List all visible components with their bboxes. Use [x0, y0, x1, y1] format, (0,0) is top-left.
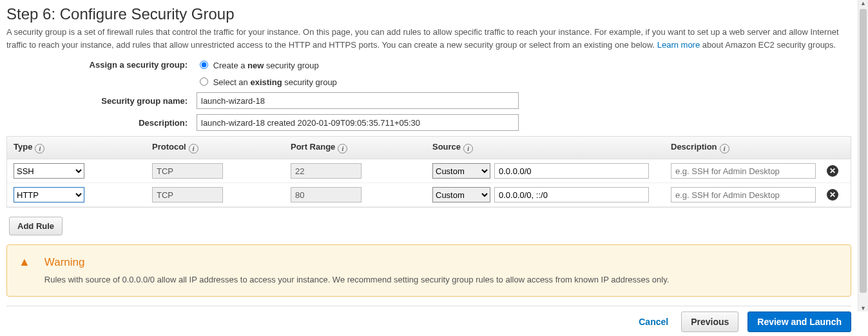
rule-protocol-input: [152, 187, 223, 203]
footer-bar: Cancel Previous Review and Launch: [6, 306, 851, 332]
warning-title: Warning: [44, 254, 669, 271]
rule-type-select[interactable]: SSH: [14, 163, 84, 179]
review-and-launch-button[interactable]: Review and Launch: [747, 311, 851, 332]
rule-port-input: [291, 187, 362, 203]
radio-create-post: security group: [264, 61, 318, 70]
rule-type-select[interactable]: HTTP: [14, 187, 84, 203]
col-source-label: Source: [432, 142, 461, 152]
radio-create-new-input[interactable]: [200, 61, 208, 69]
radio-create-pre: Create a: [213, 61, 247, 70]
radio-create-bold: new: [247, 61, 264, 70]
previous-button[interactable]: Previous: [681, 311, 738, 332]
table-row: HTTP Custom ✕: [7, 183, 851, 207]
radio-select-bold: existing: [250, 77, 282, 87]
radio-select-pre: Select an: [213, 77, 251, 87]
scrollbar-thumb[interactable]: [860, 9, 867, 293]
rule-description-input[interactable]: [671, 187, 816, 203]
sg-desc-input[interactable]: [197, 114, 519, 131]
rules-table-header: Typei Protocoli Port Rangei Sourcei Desc…: [7, 137, 851, 159]
sg-desc-label: Description:: [6, 118, 197, 128]
rule-source-cidr-input[interactable]: [494, 187, 649, 203]
info-icon[interactable]: i: [35, 144, 44, 153]
radio-select-post: security group: [282, 77, 337, 87]
col-protocol-label: Protocol: [152, 142, 186, 152]
info-icon[interactable]: i: [463, 144, 473, 153]
col-desc-label: Description: [671, 142, 717, 152]
cancel-button[interactable]: Cancel: [635, 316, 672, 328]
sg-name-label: Security group name:: [6, 96, 197, 106]
info-icon[interactable]: i: [338, 144, 347, 153]
radio-select-existing-input[interactable]: [200, 77, 208, 86]
assign-label: Assign a security group:: [6, 60, 197, 70]
info-icon[interactable]: i: [189, 144, 198, 153]
scroll-up-arrow[interactable]: ▲: [858, 0, 868, 6]
rules-table: Typei Protocoli Port Rangei Sourcei Desc…: [6, 136, 851, 208]
rule-protocol-input: [152, 163, 223, 179]
add-rule-button[interactable]: Add Rule: [9, 217, 63, 235]
remove-rule-icon[interactable]: ✕: [827, 189, 838, 201]
intro-text-2: about Amazon EC2 security groups.: [702, 40, 836, 50]
radio-select-existing[interactable]: Select an existing security group: [197, 77, 337, 87]
remove-rule-icon[interactable]: ✕: [827, 165, 838, 177]
rule-source-mode-select[interactable]: Custom: [432, 187, 490, 203]
table-row: SSH Custom ✕: [7, 159, 851, 183]
warning-box: ▲ Warning Rules with source of 0.0.0.0/0…: [6, 244, 851, 297]
rule-port-input: [291, 163, 362, 179]
warning-body: Rules with source of 0.0.0.0/0 allow all…: [44, 273, 669, 286]
page-title: Step 6: Configure Security Group: [6, 5, 862, 23]
scroll-down-arrow[interactable]: ▼: [858, 305, 868, 311]
info-icon[interactable]: i: [720, 144, 729, 153]
learn-more-link[interactable]: Learn more: [657, 40, 700, 50]
rule-description-input[interactable]: [671, 163, 816, 179]
vertical-scrollbar[interactable]: ▲ ▼: [858, 0, 868, 311]
intro-paragraph: A security group is a set of firewall ru…: [6, 26, 851, 51]
col-port-label: Port Range: [291, 142, 335, 152]
radio-create-new[interactable]: Create a new security group: [197, 61, 319, 70]
warning-icon: ▲: [19, 254, 30, 286]
rule-source-mode-select[interactable]: Custom: [432, 163, 490, 179]
sg-name-input[interactable]: [197, 92, 519, 109]
rule-source-cidr-input[interactable]: [494, 163, 649, 179]
col-type-label: Type: [14, 142, 32, 152]
